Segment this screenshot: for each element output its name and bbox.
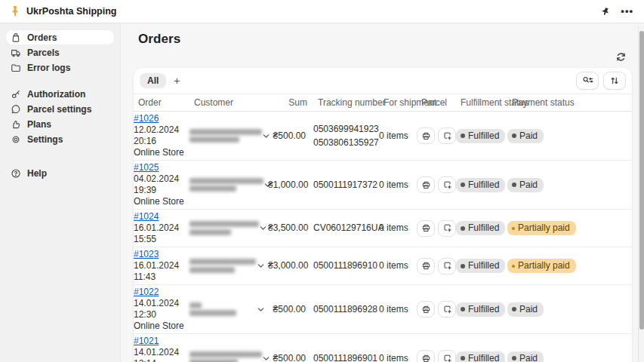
fulfillment-cell: Fulfilled [456, 221, 507, 235]
customer-expand-button[interactable] [257, 305, 265, 314]
table-row[interactable]: #1023 16.01.2024 11:43 ₴3,000.00 0500111… [134, 247, 632, 285]
table-row[interactable]: #1024 16.01.2024 15:55 ₴3,500.00 CV06012… [134, 210, 632, 247]
customer-cell [190, 349, 268, 362]
scrollbar-track[interactable] [638, 26, 644, 362]
customer-redacted [190, 257, 256, 275]
status-dot-icon [461, 183, 465, 187]
tracking-cell: 05036999419230503806135927 [306, 124, 379, 149]
fulfillment-status-badge: Fulfilled [456, 259, 505, 273]
print-label-button[interactable] [417, 127, 435, 144]
customer-redacted [190, 176, 263, 194]
customer-phone-redacted [190, 186, 236, 192]
sidebar-item-label: Orders [27, 32, 57, 43]
column-header-customer[interactable]: Customer [194, 97, 273, 108]
sort-button[interactable] [603, 72, 626, 90]
sidebar-item-settings[interactable]: Settings [6, 132, 114, 146]
sidebar-item-label: Parcels [27, 48, 60, 58]
search-filter-button[interactable] [576, 72, 599, 90]
tracking-cell: 0500111896910 [306, 260, 379, 272]
table-row[interactable]: #1021 14.01.2024 12:14 Online Store ₴500… [134, 334, 632, 362]
sidebar-item-parcels[interactable]: Parcels [6, 45, 114, 60]
table-row[interactable]: #1022 14.01.2024 12:30 Online Store ₴500… [134, 285, 632, 334]
sum-cell: ₴3,000.00 [268, 260, 306, 272]
customer-expand-button[interactable] [259, 224, 267, 232]
column-header-payment[interactable]: Payment status [512, 97, 632, 108]
column-header-parcel[interactable]: Parcel [421, 97, 461, 108]
add-view-button[interactable]: + [174, 75, 180, 86]
search-filter-icon [581, 75, 594, 86]
payment-status-label: Paid [519, 179, 538, 191]
scrollbar-thumb[interactable] [639, 31, 644, 330]
column-header-shipment[interactable]: For shipment [384, 97, 421, 108]
add-parcel-button[interactable] [438, 220, 456, 237]
sidebar-item-label: Authorization [27, 89, 85, 100]
add-parcel-button[interactable] [438, 350, 456, 362]
order-link[interactable]: #1025 [134, 162, 159, 173]
print-label-button[interactable] [417, 176, 435, 193]
customer-expand-button[interactable] [257, 262, 265, 270]
column-header-fulfillment[interactable]: Fulfillment status [461, 97, 512, 108]
add-parcel-icon [442, 305, 452, 314]
print-label-button[interactable] [417, 258, 435, 275]
customer-name-redacted [190, 221, 259, 227]
add-parcel-button[interactable] [438, 127, 456, 144]
add-parcel-button[interactable] [438, 258, 456, 275]
order-date: 14.01.2024 12:30 [134, 298, 190, 321]
chat-bubble-icon [11, 104, 21, 115]
tracking-number: 0503699941923 [313, 124, 379, 135]
add-parcel-button[interactable] [438, 301, 456, 318]
status-dot-icon [512, 227, 515, 230]
printer-icon [421, 354, 431, 362]
ukrposhta-logo-icon [11, 6, 20, 17]
sidebar-item-error-logs[interactable]: Error logs [6, 60, 114, 75]
add-parcel-button[interactable] [438, 176, 456, 193]
column-header-tracking[interactable]: Tracking number [310, 97, 384, 108]
order-link[interactable]: #1022 [134, 287, 159, 297]
sidebar-item-plans[interactable]: Plans [6, 117, 114, 131]
payment-cell: Partially paid [507, 259, 632, 273]
pin-button[interactable] [600, 7, 610, 17]
refresh-button[interactable] [611, 48, 630, 65]
payment-status-badge: Paid [507, 129, 544, 143]
more-menu-button[interactable]: ••• [621, 8, 633, 15]
payment-status-badge: Paid [507, 302, 544, 317]
sidebar-item-parcel-settings[interactable]: Parcel settings [6, 102, 114, 116]
orders-table-body: #1026 12.02.2024 20:16 Online Store ₴500… [134, 112, 632, 362]
order-link[interactable]: #1021 [134, 336, 159, 346]
sidebar-item-help[interactable]: Help [6, 166, 114, 180]
payment-status-label: Paid [519, 130, 538, 142]
table-row[interactable]: #1025 04.02.2024 19:39 Online Store ₴1,0… [134, 161, 632, 210]
payment-cell: Paid [507, 129, 632, 143]
main-content: Orders All + [121, 23, 644, 362]
order-cell: #1026 12.02.2024 20:16 Online Store [134, 113, 190, 158]
order-cell: #1025 04.02.2024 19:39 Online Store [134, 162, 190, 207]
status-dot-icon [461, 356, 465, 360]
order-link[interactable]: #1026 [134, 113, 159, 124]
order-link[interactable]: #1023 [134, 249, 159, 259]
tab-all[interactable]: All [140, 73, 166, 88]
payment-cell: Paid [507, 351, 632, 362]
refresh-icon [615, 51, 627, 63]
customer-cell [190, 176, 268, 194]
order-cell: #1023 16.01.2024 11:43 [134, 249, 190, 283]
print-label-button[interactable] [417, 220, 435, 237]
order-link[interactable]: #1024 [134, 211, 159, 222]
customer-name-redacted [190, 351, 262, 357]
printer-icon [421, 305, 431, 314]
table-row[interactable]: #1026 12.02.2024 20:16 Online Store ₴500… [134, 112, 632, 161]
print-label-button[interactable] [417, 350, 435, 362]
payment-status-badge: Partially paid [507, 259, 576, 273]
sidebar-item-label: Help [27, 168, 47, 179]
app-brand: UkrPoshta Shipping [11, 6, 116, 17]
status-dot-icon [512, 265, 515, 268]
sidebar-item-label: Parcel settings [27, 104, 91, 115]
payment-cell: Partially paid [507, 221, 632, 235]
column-header-order[interactable]: Order [138, 97, 194, 108]
sidebar: Orders Parcels Error logs [0, 23, 121, 362]
tracking-cell: 0500111917372 [306, 179, 379, 191]
print-label-button[interactable] [417, 301, 435, 318]
sidebar-item-orders[interactable]: Orders [6, 30, 114, 44]
sidebar-item-authorization[interactable]: Authorization [6, 87, 114, 101]
column-header-sum[interactable]: Sum [273, 97, 310, 108]
sum-cell: ₴3,500.00 [268, 222, 306, 234]
